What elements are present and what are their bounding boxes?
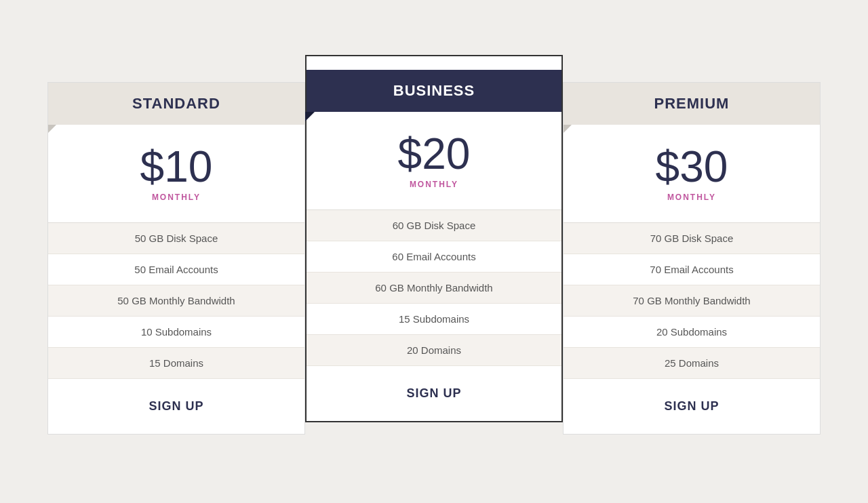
- price-period-premium: MONTHLY: [577, 193, 806, 202]
- feature-disk-standard: 50 GB Disk Space: [48, 223, 304, 254]
- price-section-business: $20 MONTHLY: [307, 112, 561, 210]
- plan-header-premium: PREMIUM: [564, 83, 820, 125]
- plan-title-standard: STANDARD: [132, 95, 220, 112]
- price-section-premium: $30 MONTHLY: [564, 125, 820, 223]
- feature-email-premium: 70 Email Accounts: [564, 254, 820, 285]
- price-amount-standard: $10: [62, 145, 291, 188]
- feature-subdomains-premium: 20 Subdomains: [564, 317, 820, 348]
- feature-email-business: 60 Email Accounts: [307, 241, 561, 273]
- feature-subdomains-business: 15 Subdomains: [307, 304, 561, 335]
- features-list-standard: 50 GB Disk Space 50 Email Accounts 50 GB…: [48, 223, 304, 379]
- feature-bandwidth-business: 60 GB Monthly Bandwidth: [307, 273, 561, 304]
- signup-button-business[interactable]: SIGN UP: [406, 386, 461, 401]
- features-list-premium: 70 GB Disk Space 70 Email Accounts 70 GB…: [564, 223, 820, 379]
- plan-title-business: BUSINESS: [393, 82, 475, 99]
- feature-bandwidth-standard: 50 GB Monthly Bandwidth: [48, 285, 304, 317]
- price-amount-premium: $30: [577, 145, 806, 188]
- feature-domains-premium: 25 Domains: [564, 348, 820, 379]
- plan-header-business: BUSINESS: [307, 70, 561, 112]
- plan-card-business: BUSINESS $20 MONTHLY 60 GB Disk Space 60…: [305, 68, 563, 422]
- price-period-standard: MONTHLY: [62, 193, 291, 202]
- feature-disk-premium: 70 GB Disk Space: [564, 223, 820, 254]
- plan-title-premium: PREMIUM: [654, 95, 730, 112]
- signup-section-business: SIGN UP: [307, 366, 561, 421]
- feature-disk-business: 60 GB Disk Space: [307, 210, 561, 241]
- price-period-business: MONTHLY: [320, 180, 548, 189]
- signup-button-standard[interactable]: SIGN UP: [149, 399, 203, 414]
- feature-email-standard: 50 Email Accounts: [48, 254, 304, 285]
- signup-button-premium[interactable]: SIGN UP: [664, 399, 719, 414]
- pricing-container: STANDARD $10 MONTHLY 50 GB Disk Space 50…: [0, 41, 868, 462]
- feature-domains-business: 20 Domains: [307, 335, 561, 366]
- feature-bandwidth-premium: 70 GB Monthly Bandwidth: [564, 285, 820, 317]
- price-amount-business: $20: [320, 132, 548, 176]
- price-section-standard: $10 MONTHLY: [48, 125, 304, 223]
- feature-subdomains-standard: 10 Subdomains: [48, 317, 304, 348]
- feature-domains-standard: 15 Domains: [48, 348, 304, 379]
- signup-section-premium: SIGN UP: [564, 379, 820, 434]
- plan-card-standard: STANDARD $10 MONTHLY 50 GB Disk Space 50…: [47, 82, 305, 435]
- signup-section-standard: SIGN UP: [48, 379, 304, 434]
- plan-header-standard: STANDARD: [48, 83, 304, 125]
- plan-card-premium: PREMIUM $30 MONTHLY 70 GB Disk Space 70 …: [563, 82, 821, 435]
- features-list-business: 60 GB Disk Space 60 Email Accounts 60 GB…: [307, 210, 561, 366]
